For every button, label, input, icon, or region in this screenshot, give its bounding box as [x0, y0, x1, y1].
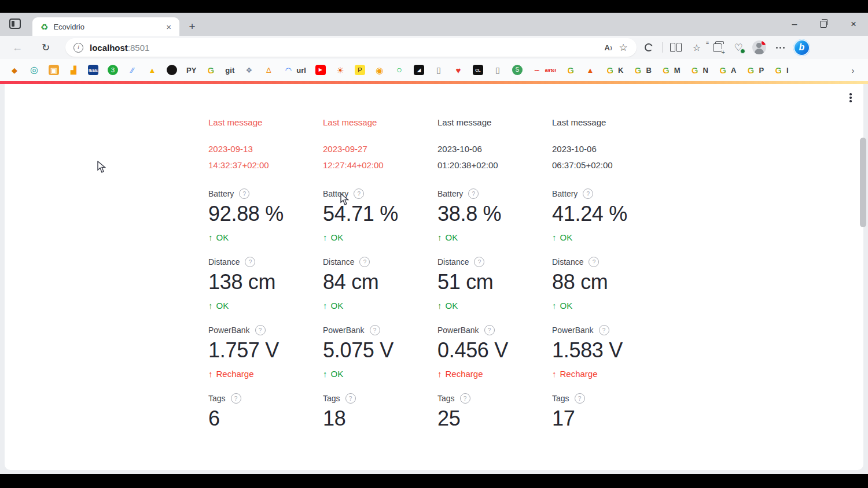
bookmark-phpmyadmin[interactable]: Δ — [263, 65, 274, 75]
back-button[interactable]: ← — [10, 40, 24, 54]
last-message-time: 12:27:44+02:00 — [323, 160, 437, 172]
restore-icon — [820, 21, 827, 28]
bookmark-diamond-orange[interactable]: ◆ — [9, 65, 20, 75]
bookmark-google-g[interactable]: G — [565, 65, 576, 75]
arrow-up-icon: ↑ — [437, 301, 442, 310]
help-icon[interactable]: ? — [255, 325, 266, 335]
bookmark-google-b[interactable]: GB — [632, 65, 651, 75]
last-message-label: Last message — [552, 117, 667, 129]
tab-actions-menu-icon[interactable] — [9, 19, 21, 29]
metric-value: 1.583 V — [552, 337, 667, 364]
new-tab-button[interactable]: + — [185, 20, 199, 34]
metric-value: 38.8 % — [437, 201, 552, 227]
bookmark-camera-orange[interactable]: ◉ — [374, 65, 385, 75]
help-icon[interactable]: ? — [354, 188, 364, 199]
help-icon[interactable]: ? — [231, 393, 241, 404]
bookmark-google-i[interactable]: GI — [773, 65, 789, 75]
help-icon[interactable]: ? — [583, 188, 593, 199]
device-column-3: Last message 2023-10-06 01:20:38+02:00 B… — [437, 117, 552, 445]
copilot-bing-icon[interactable]: b — [793, 39, 810, 56]
help-icon[interactable]: ? — [239, 188, 249, 199]
bookmarks-bar: ◆◎▣▟IEEE3∕∕▲PYGgit❖Δ◠url▶☀P◉○◢▯♥CL▯S∽air… — [0, 59, 868, 81]
bookmark-ieee[interactable]: IEEE — [88, 65, 98, 75]
help-icon[interactable]: ? — [599, 325, 609, 335]
help-icon[interactable]: ? — [370, 325, 380, 335]
bookmark-py[interactable]: PY — [186, 66, 196, 75]
address-bar[interactable]: i localhost:8501 A) ☆ — [65, 38, 637, 57]
tab-strip: ♻ Ecovidrio × + – × — [0, 13, 868, 36]
bookmark-heart-red[interactable]: ♥ — [453, 65, 464, 75]
read-aloud-icon[interactable]: A) — [601, 40, 616, 55]
youtube-icon: ▶ — [315, 65, 326, 75]
bookmark-green-3[interactable]: 3 — [108, 65, 118, 75]
refresh-button[interactable]: ↻ — [39, 40, 53, 54]
help-icon[interactable]: ? — [245, 257, 255, 267]
settings-more-icon[interactable] — [773, 40, 788, 55]
bookmark-git[interactable]: git — [225, 66, 234, 75]
git-label: git — [225, 66, 234, 75]
google-m-label: M — [674, 66, 681, 75]
extensions-icon[interactable] — [641, 40, 656, 55]
bookmark-triangle-yellow[interactable]: ▲ — [147, 65, 157, 75]
bookmarks-overflow-chevron[interactable]: › — [847, 64, 859, 76]
bookmark-p-yellow[interactable]: P — [355, 65, 365, 75]
help-icon[interactable]: ? — [359, 257, 370, 267]
profile-avatar[interactable] — [752, 40, 767, 55]
help-icon[interactable]: ? — [460, 393, 470, 404]
url-text[interactable]: localhost:8501 — [90, 43, 601, 53]
site-info-icon[interactable]: i — [73, 43, 83, 53]
bookmark-google-n[interactable]: GN — [690, 65, 708, 75]
metric-label: Tags — [208, 394, 226, 403]
tab-close-icon[interactable]: × — [164, 22, 174, 32]
bookmark-google-m[interactable]: GM — [661, 65, 681, 75]
bookmark-url-blue[interactable]: ◠url — [283, 65, 306, 75]
window-close-button[interactable]: × — [840, 13, 867, 36]
add-favorite-icon[interactable]: ☆ — [616, 40, 631, 55]
streamlit-menu-icon[interactable] — [847, 91, 854, 105]
bookmark-airtel[interactable]: ∽airtel — [532, 65, 556, 75]
help-icon[interactable]: ? — [484, 325, 495, 335]
bookmark-green-ring[interactable]: ○ — [394, 65, 404, 75]
bookmark-photo-orange[interactable]: ▣ — [49, 65, 59, 75]
triangle-yellow-icon: ▲ — [147, 65, 157, 75]
help-icon[interactable]: ? — [575, 393, 585, 404]
bookmark-github[interactable] — [167, 65, 177, 75]
cl-black-icon: CL — [473, 65, 483, 75]
bookmark-google-ads[interactable]: ∕∕ — [127, 65, 138, 75]
bookmark-google-p[interactable]: GP — [745, 65, 764, 75]
favorites-bar-icon[interactable]: ☆≡ — [689, 40, 704, 55]
metric-value: 17 — [552, 405, 667, 432]
bookmark-s-green[interactable]: S — [512, 65, 523, 75]
collections-icon[interactable] — [710, 40, 725, 55]
browser-essentials-icon[interactable]: ♡ — [731, 40, 746, 55]
help-icon[interactable]: ? — [468, 188, 479, 199]
bookmark-ring-teal[interactable]: ◎ — [29, 65, 39, 75]
window-restore-button[interactable] — [810, 13, 837, 36]
phpmyadmin-icon: Δ — [263, 65, 274, 75]
bookmark-google-g[interactable]: G — [205, 65, 216, 75]
last-message-label: Last message — [208, 117, 323, 129]
browser-tab[interactable]: ♻ Ecovidrio × — [32, 17, 179, 36]
bookmark-youtube[interactable]: ▶ — [315, 65, 326, 75]
metric-delta: OK — [560, 232, 573, 242]
last-message-date: 2023-10-06 — [437, 144, 552, 156]
bookmark-bar-chart[interactable]: ▟ — [68, 65, 79, 75]
bookmark-gray-badge[interactable]: ❖ — [244, 65, 254, 75]
bookmark-document-1[interactable]: ▯ — [433, 65, 444, 75]
bookmark-document-2[interactable]: ▯ — [492, 65, 503, 75]
split-screen-icon[interactable] — [668, 40, 683, 55]
bookmark-sun-eye[interactable]: ☀ — [335, 65, 345, 75]
window-minimize-button[interactable]: – — [781, 13, 808, 36]
distance-metric: Distance? 84 cm ↑OK — [323, 256, 437, 312]
bookmark-google-k[interactable]: GK — [605, 65, 623, 75]
url-host: localhost — [90, 43, 128, 53]
help-icon[interactable]: ? — [345, 393, 356, 404]
bookmark-cl-black[interactable]: CL — [473, 65, 483, 75]
help-icon[interactable]: ? — [474, 257, 484, 267]
bookmark-matlab[interactable]: ▲ — [585, 65, 595, 75]
bookmark-google-a[interactable]: GA — [718, 65, 736, 75]
metric-value: 0.456 V — [437, 337, 552, 364]
bookmark-bird-black[interactable]: ◢ — [414, 65, 424, 75]
help-icon[interactable]: ? — [589, 257, 599, 267]
scrollbar-thumb[interactable] — [860, 138, 866, 227]
